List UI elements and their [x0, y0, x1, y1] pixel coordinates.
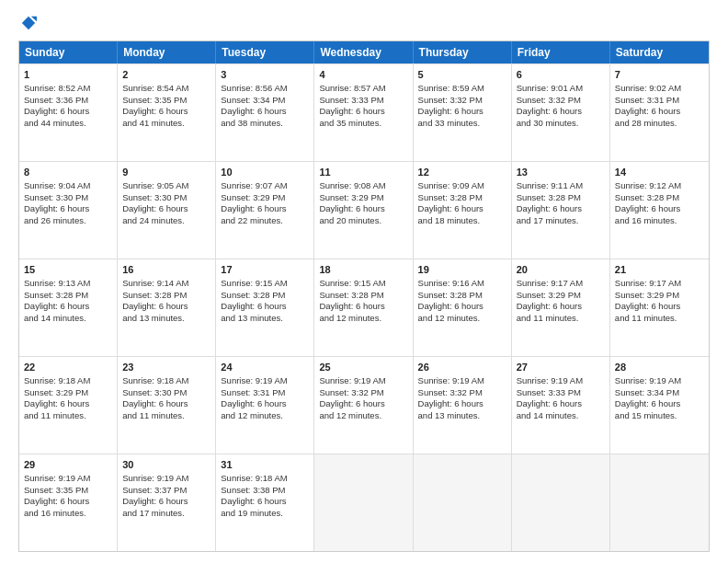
cell-line: Sunset: 3:29 PM — [319, 192, 407, 204]
cell-line: Daylight: 6 hours — [418, 398, 506, 410]
weekday-header-thursday: Thursday — [414, 41, 512, 63]
cal-cell-14: 14Sunrise: 9:12 AMSunset: 3:28 PMDayligh… — [610, 162, 709, 259]
cell-line: Sunset: 3:28 PM — [418, 290, 506, 302]
cell-line: Sunrise: 9:19 AM — [122, 473, 210, 485]
cal-cell-empty — [512, 454, 610, 551]
cell-line: Daylight: 6 hours — [122, 398, 210, 410]
cell-line: Daylight: 6 hours — [24, 496, 112, 508]
cell-line: Sunrise: 9:09 AM — [418, 180, 506, 192]
cell-line: and 12 minutes. — [319, 313, 407, 325]
cell-line: Daylight: 6 hours — [221, 496, 309, 508]
cal-row-1: 1Sunrise: 8:52 AMSunset: 3:36 PMDaylight… — [19, 63, 709, 161]
cell-line: Sunrise: 8:52 AM — [24, 83, 112, 95]
day-number: 24 — [221, 361, 309, 374]
cell-line: Daylight: 6 hours — [319, 398, 407, 410]
cell-line: and 11 minutes. — [517, 313, 605, 325]
cell-line: and 17 minutes. — [122, 508, 210, 520]
cal-cell-7: 7Sunrise: 9:02 AMSunset: 3:31 PMDaylight… — [610, 64, 709, 161]
cell-line: Daylight: 6 hours — [122, 301, 210, 313]
cell-line: and 12 minutes. — [418, 313, 506, 325]
cell-line: Sunrise: 9:15 AM — [221, 278, 309, 290]
cell-line: Daylight: 6 hours — [24, 203, 112, 215]
cell-line: and 11 minutes. — [615, 313, 704, 325]
cell-line: Sunset: 3:28 PM — [221, 290, 309, 302]
cal-cell-11: 11Sunrise: 9:08 AMSunset: 3:29 PMDayligh… — [314, 162, 413, 259]
day-number: 12 — [418, 166, 506, 179]
cell-line: Sunset: 3:31 PM — [221, 387, 309, 399]
weekday-header-friday: Friday — [512, 41, 610, 63]
cell-line: and 17 minutes. — [517, 215, 605, 227]
cal-cell-24: 24Sunrise: 9:19 AMSunset: 3:31 PMDayligh… — [216, 357, 314, 454]
cal-cell-8: 8Sunrise: 9:04 AMSunset: 3:30 PMDaylight… — [19, 162, 118, 259]
cal-cell-29: 29Sunrise: 9:19 AMSunset: 3:35 PMDayligh… — [19, 454, 118, 551]
cell-line: and 18 minutes. — [418, 215, 506, 227]
cal-cell-3: 3Sunrise: 8:56 AMSunset: 3:34 PMDaylight… — [216, 64, 314, 161]
calendar: SundayMondayTuesdayWednesdayThursdayFrid… — [18, 40, 710, 552]
day-number: 5 — [418, 68, 506, 82]
cal-cell-28: 28Sunrise: 9:19 AMSunset: 3:34 PMDayligh… — [610, 357, 709, 454]
cell-line: and 11 minutes. — [24, 410, 112, 422]
cell-line: Daylight: 6 hours — [122, 106, 210, 118]
cal-cell-23: 23Sunrise: 9:18 AMSunset: 3:30 PMDayligh… — [118, 357, 216, 454]
cell-line: Sunset: 3:31 PM — [615, 95, 704, 107]
weekday-header-wednesday: Wednesday — [314, 41, 413, 63]
weekday-header-tuesday: Tuesday — [216, 41, 314, 63]
cell-line: Sunrise: 9:19 AM — [24, 473, 112, 485]
cell-line: Sunset: 3:29 PM — [24, 387, 112, 399]
day-number: 26 — [418, 361, 506, 374]
cell-line: Sunset: 3:29 PM — [517, 290, 605, 302]
cell-line: and 14 minutes. — [517, 410, 605, 422]
cal-cell-9: 9Sunrise: 9:05 AMSunset: 3:30 PMDaylight… — [118, 162, 216, 259]
day-number: 2 — [122, 68, 210, 82]
day-number: 19 — [418, 263, 506, 277]
cal-cell-15: 15Sunrise: 9:13 AMSunset: 3:28 PMDayligh… — [19, 259, 118, 356]
day-number: 30 — [122, 458, 210, 472]
cal-cell-20: 20Sunrise: 9:17 AMSunset: 3:29 PMDayligh… — [512, 259, 610, 356]
cell-line: Sunset: 3:28 PM — [517, 192, 605, 204]
day-number: 25 — [319, 361, 407, 374]
cell-line: Daylight: 6 hours — [615, 398, 704, 410]
weekday-header-saturday: Saturday — [610, 41, 709, 63]
day-number: 1 — [24, 68, 112, 82]
cal-row-4: 22Sunrise: 9:18 AMSunset: 3:29 PMDayligh… — [19, 356, 709, 454]
cell-line: Sunrise: 9:02 AM — [615, 83, 704, 95]
cal-cell-6: 6Sunrise: 9:01 AMSunset: 3:32 PMDaylight… — [512, 64, 610, 161]
cell-line: Daylight: 6 hours — [517, 203, 605, 215]
cell-line: and 13 minutes. — [221, 313, 309, 325]
cell-line: Sunset: 3:38 PM — [221, 485, 309, 497]
cell-line: and 24 minutes. — [122, 215, 210, 227]
cell-line: Sunrise: 9:12 AM — [615, 180, 704, 192]
cal-cell-16: 16Sunrise: 9:14 AMSunset: 3:28 PMDayligh… — [118, 259, 216, 356]
day-number: 11 — [319, 166, 407, 179]
cal-cell-18: 18Sunrise: 9:15 AMSunset: 3:28 PMDayligh… — [314, 259, 413, 356]
cell-line: Sunset: 3:34 PM — [615, 387, 704, 399]
cell-line: and 13 minutes. — [122, 313, 210, 325]
cell-line: and 26 minutes. — [24, 215, 112, 227]
cell-line: and 19 minutes. — [221, 508, 309, 520]
cell-line: Daylight: 6 hours — [221, 106, 309, 118]
day-number: 7 — [615, 68, 704, 82]
cell-line: Daylight: 6 hours — [517, 301, 605, 313]
cell-line: Sunrise: 9:14 AM — [122, 278, 210, 290]
cell-line: Sunrise: 9:08 AM — [319, 180, 407, 192]
cell-line: Sunset: 3:28 PM — [122, 290, 210, 302]
weekday-header-monday: Monday — [118, 41, 216, 63]
cell-line: Daylight: 6 hours — [418, 301, 506, 313]
day-number: 4 — [319, 68, 407, 82]
cell-line: Daylight: 6 hours — [24, 106, 112, 118]
cell-line: Sunset: 3:36 PM — [24, 95, 112, 107]
cal-cell-22: 22Sunrise: 9:18 AMSunset: 3:29 PMDayligh… — [19, 357, 118, 454]
day-number: 20 — [517, 263, 605, 277]
cal-row-3: 15Sunrise: 9:13 AMSunset: 3:28 PMDayligh… — [19, 259, 709, 356]
day-number: 13 — [517, 166, 605, 179]
logo — [18, 15, 37, 31]
cal-cell-4: 4Sunrise: 8:57 AMSunset: 3:33 PMDaylight… — [314, 64, 413, 161]
cell-line: and 44 minutes. — [24, 118, 112, 130]
cell-line: Daylight: 6 hours — [615, 203, 704, 215]
cal-cell-26: 26Sunrise: 9:19 AMSunset: 3:32 PMDayligh… — [414, 357, 512, 454]
cell-line: and 22 minutes. — [221, 215, 309, 227]
cell-line: Daylight: 6 hours — [24, 301, 112, 313]
day-number: 31 — [221, 458, 309, 472]
day-number: 9 — [122, 166, 210, 179]
day-number: 18 — [319, 263, 407, 277]
